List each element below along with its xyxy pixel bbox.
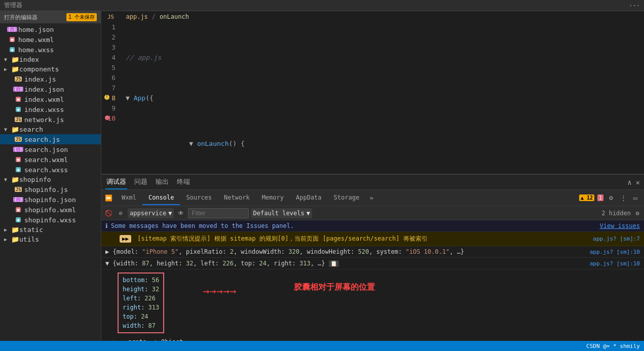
sitemap-source[interactable]: app.js? [sm]:7 [593, 236, 640, 242]
wxss-icon2: ◉ [16, 107, 20, 112]
tree-item-network-js[interactable]: JS network.js [0, 114, 101, 125]
folder-label-utils: utils [19, 236, 39, 243]
folder-shopinfo[interactable]: ▼ 📁 shopinfo [0, 175, 101, 184]
breadcrumb-js: JS [107, 14, 114, 20]
dock-icon[interactable]: ▭ [631, 193, 640, 203]
view-issues-link[interactable]: View issues [600, 222, 640, 229]
file-label-shopinfo-wxml: shopinfo.wxml [24, 206, 76, 214]
chrome-tab-appdata[interactable]: AppData [290, 191, 328, 205]
annotation-arrow: →→→→→ [203, 285, 236, 297]
console-msg-log1: ▶ {model: "iPhone 5", pixelRatio: 2, win… [101, 246, 644, 258]
more-icon[interactable]: ⋮ [619, 193, 628, 203]
folder-utils[interactable]: ▶ 📁 utils [0, 235, 101, 244]
folder-label-static: static [19, 226, 43, 233]
wxml-icon4: ▣ [16, 207, 20, 212]
hidden-settings-icon[interactable]: ⚙ [633, 209, 642, 218]
chrome-tab-sources[interactable]: Sources [180, 191, 218, 205]
folder-icon4: 📁 [11, 176, 19, 183]
file-label-index-wxml: index.wxml [24, 96, 64, 103]
folder-icon: 📁 [11, 56, 19, 63]
service-dropdown-icon[interactable]: ▼ [168, 210, 172, 217]
console-msg-proto: ▶ __proto__: Object [101, 336, 644, 341]
chrome-tab-more[interactable]: » [365, 191, 377, 205]
tree-item-index-json[interactable]: {.} index.json [0, 84, 101, 94]
tab-issues[interactable]: 问题 [133, 175, 148, 189]
tab-terminal[interactable]: 终端 [176, 175, 191, 189]
chrome-tab-storage[interactable]: Storage [328, 191, 366, 205]
filter-btn[interactable]: ⊘ [116, 208, 126, 218]
chrome-tab-console[interactable]: Console [142, 191, 180, 205]
console-msg-info: ℹ Some messages have been moved to the I… [101, 220, 644, 232]
status-text: CSDN @= * shmily [586, 343, 640, 349]
chrome-tab-wxml[interactable]: Wxml [116, 191, 142, 205]
json-icon4: {.} [13, 197, 23, 202]
eye-btn[interactable]: 👁 [176, 208, 186, 218]
folder-label-shopinfo: shopinfo [19, 176, 51, 183]
tab-debugger[interactable]: 调试器 [105, 175, 127, 189]
wxml-icon3: ▣ [16, 157, 20, 162]
folder-label-search: search [19, 126, 43, 133]
level-dropdown-icon[interactable]: ▼ [307, 210, 310, 217]
tree-item-shopinfo-wxml[interactable]: ▣ shopinfo.wxml [0, 205, 101, 215]
wxml-icon2: ▣ [16, 97, 20, 102]
close-icon[interactable]: ✕ [636, 178, 640, 186]
tree-item-search-js[interactable]: JS search.js [0, 134, 101, 144]
file-label-shopinfo-js: shopinfo.js [24, 186, 68, 193]
breadcrumb: JS app.js / onLaunch [101, 11, 644, 22]
tree-item-home-json[interactable]: {.} home.json [0, 24, 101, 34]
tree-item-search-json[interactable]: {.} search.json [0, 144, 101, 154]
code-editor: 1 2 3 4 5 6 7 8 ! 9 10 [101, 22, 644, 174]
json-icon3: {.} [13, 147, 23, 152]
log2-source[interactable]: app.js? [sm]:10 [590, 260, 640, 267]
top-bar: 管理器 ··· [0, 0, 644, 11]
tree-item-index-js[interactable]: JS index.js [0, 74, 101, 84]
msg-text-info: Some messages have been moved to the Iss… [111, 222, 600, 229]
folder-static[interactable]: ▶ 📁 static [0, 225, 101, 235]
top-bar-dots[interactable]: ··· [629, 2, 640, 9]
collapse-icon[interactable]: ∧ [627, 178, 631, 186]
tree-item-shopinfo-json[interactable]: {.} shopinfo.json [0, 194, 101, 205]
err-count: 1 [597, 194, 603, 201]
chrome-tab-network[interactable]: Network [218, 191, 256, 205]
settings-icon[interactable]: ⚙ [607, 193, 616, 203]
file-label-home-wxml: home.wxml [18, 36, 54, 44]
service-name: appservice [130, 210, 166, 217]
tree-item-home-wxml[interactable]: ▣ home.wxml [0, 34, 101, 45]
file-label-search-json: search.json [24, 146, 68, 153]
tree-item-index-wxss[interactable]: ◉ index.wxss [0, 104, 101, 114]
devtools-pause-icon[interactable]: ⏩ [103, 193, 113, 203]
tree-item-search-wxss[interactable]: ◉ search.wxss [0, 165, 101, 175]
chrome-devtools-tabs: ⏩ Wxml Console Sources Network Memory Ap… [101, 190, 644, 206]
folder-icon6: 📁 [11, 236, 19, 243]
folder-search[interactable]: ▼ 📁 search [0, 125, 101, 134]
file-label-search-wxml: search.wxml [24, 156, 68, 164]
file-label-home-wxss: home.wxss [18, 46, 54, 54]
chevron-right-icon2: ▶ [4, 227, 10, 232]
js-icon3: JS [15, 137, 22, 142]
tree-item-shopinfo-wxss[interactable]: ◉ shopinfo.wxss [0, 215, 101, 225]
code-line-1: // app.js [122, 53, 644, 63]
folder-label-components: components [19, 65, 59, 73]
js-icon2: JS [15, 117, 22, 122]
log1-source[interactable]: app.js? [sm]:10 [590, 249, 640, 255]
chrome-tab-memory[interactable]: Memory [256, 191, 290, 205]
tree-item-home-wxss[interactable]: ◉ home.wxss [0, 45, 101, 55]
tab-output[interactable]: 输出 [155, 175, 170, 189]
folder-index[interactable]: ▼ 📁 index [0, 55, 101, 64]
filter-input[interactable] [188, 208, 249, 218]
tree-item-index-wxml[interactable]: ▣ index.wxml [0, 94, 101, 104]
clear-btn[interactable]: 🚫 [103, 208, 113, 218]
file-label-search-wxss: search.wxss [24, 166, 68, 174]
folder-label-index: index [19, 56, 39, 63]
console-toolbar: 🚫 ⊘ appservice ▼ 👁 Default levels ▼ 2 hi… [101, 206, 644, 220]
folder-icon5: 📁 [11, 226, 19, 233]
log1-text: ▶ {model: "iPhone 5", pixelRatio: 2, win… [105, 248, 588, 255]
editor-header: 打开的编辑器 1 个未保存 [0, 11, 101, 23]
status-bar: CSDN @= * shmily [0, 341, 644, 351]
code-line-3: ▼ onLaunch() { [122, 134, 644, 154]
tree-item-shopinfo-js[interactable]: JS shopinfo.js [0, 184, 101, 194]
editor-header-title: 打开的编辑器 [4, 14, 37, 21]
folder-components[interactable]: ▶ 📁 components [0, 64, 101, 74]
devtools: 调试器 问题 输出 终端 ∧ ✕ ⏩ Wxml Console Sources [101, 174, 644, 341]
tree-item-search-wxml[interactable]: ▣ search.wxml [0, 154, 101, 165]
